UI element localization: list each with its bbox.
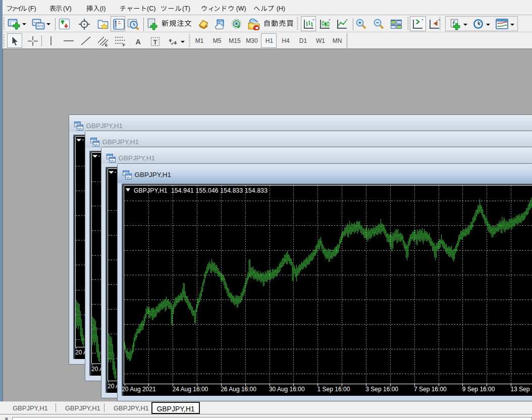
svg-text:F: F <box>123 43 125 47</box>
svg-text:24 Aug 16:00: 24 Aug 16:00 <box>172 386 208 393</box>
svg-text:3 Sep 16:00: 3 Sep 16:00 <box>365 386 398 393</box>
svg-text:GBPJPY,H1 154.941 155.046 154: GBPJPY,H1 154.941 155.046 154.833 154.83… <box>134 187 268 194</box>
svg-text:A: A <box>136 38 141 46</box>
svg-text:30 Aug 16:00: 30 Aug 16:00 <box>269 386 304 393</box>
svg-text:1 Sep 16:00: 1 Sep 16:00 <box>317 386 350 393</box>
svg-text:E: E <box>105 43 108 47</box>
svg-text:13 Sep: 13 Sep <box>510 386 529 393</box>
svg-text:7 Sep 16:00: 7 Sep 16:00 <box>414 386 447 393</box>
svg-text:26 Aug 16:00: 26 Aug 16:00 <box>221 386 256 393</box>
svg-text:T: T <box>153 38 157 46</box>
svg-text:20 Aug 2021: 20 Aug 2021 <box>122 386 156 393</box>
svg-text:9 Sep 16:00: 9 Sep 16:00 <box>462 386 495 393</box>
